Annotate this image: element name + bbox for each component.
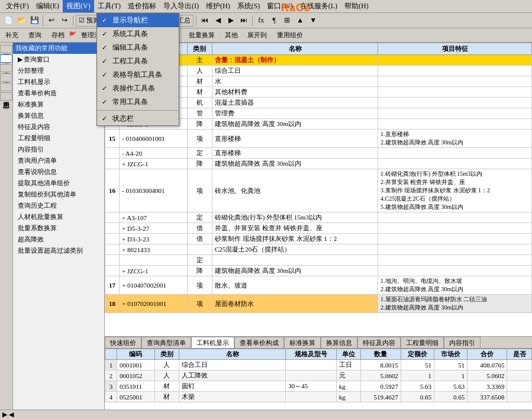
table-row[interactable]: 1 0001001 人 综合工日 工日 8.0015 51 51 408.076…: [105, 360, 532, 370]
menu-maintain[interactable]: 维护(H): [202, 0, 234, 12]
view-menu-item-navibar[interactable]: ✓ 显示导航栏: [97, 14, 179, 27]
menu-edit[interactable]: 编辑(E): [33, 0, 63, 12]
bt-col-name: 名称: [179, 349, 286, 360]
code-cell: 0351011: [117, 381, 155, 392]
view-dropdown-menu[interactable]: ✓ 显示导航栏 ✓ 系统工具条 ✓ 编辑工具条 ✓ 工程工具条 ✓ 表格导航工具…: [96, 13, 179, 126]
up-btn[interactable]: ▲: [294, 15, 306, 27]
menu-cost-index[interactable]: 造价指标: [124, 0, 160, 12]
bottom-table-area[interactable]: 编码 类别 名称 规格及型号 单位 数量 定额价 市场价 合价 是否: [105, 348, 532, 419]
feature-cell: [378, 159, 532, 169]
tab-content-guide[interactable]: 内容指引: [444, 337, 481, 348]
tab-typical-list[interactable]: 查询典型清单: [141, 337, 191, 348]
name-cell: 水: [212, 76, 378, 87]
tab-quick-group[interactable]: 快速组价: [105, 337, 141, 348]
menu-system[interactable]: 系统(S): [234, 0, 264, 12]
view-menu-item-commontoolbar[interactable]: ✓ 常用工具条: [97, 95, 179, 109]
reuse-btn[interactable]: 重用组价: [274, 30, 306, 41]
save-btn[interactable]: 💾: [28, 15, 40, 27]
name-cell: 建筑物超高降效 高度 30m以内: [212, 119, 378, 130]
view-menu-item-tbloptoolbar[interactable]: ✓ 表操作工具条: [97, 82, 179, 95]
tab-conv-info[interactable]: 换算信息: [321, 337, 357, 348]
nav-features[interactable]: 特征及内容: [13, 121, 104, 133]
view-menu-item-edittoolbar[interactable]: ✓ 编辑工具条: [97, 41, 179, 54]
sidebar-tab-measures[interactable]: 措施项目: [0, 64, 12, 72]
tab-workforce-display[interactable]: 工料机显示: [191, 337, 234, 348]
nav-workforce-batch[interactable]: 人材机批量换算: [13, 211, 104, 223]
other-btn[interactable]: 其他: [222, 30, 241, 41]
table-row[interactable]: 18 + 010702001001 项 屋面卷材防水 1.屋面石油沥青玛蹄脂卷材…: [105, 295, 532, 313]
nav-batch-super[interactable]: 批量设置超高过滤类别: [13, 245, 104, 256]
flag-cell: [507, 392, 532, 402]
nav-super-eff2[interactable]: 超高降效: [13, 234, 104, 245]
para-btn[interactable]: ¶: [268, 15, 280, 27]
nav-history-eng[interactable]: 查询历史工程: [13, 200, 104, 211]
qty-cell: 5.0602: [361, 370, 401, 381]
down-btn[interactable]: ▼: [307, 15, 319, 27]
sidebar-tab-parts[interactable]: 分部分项: [0, 54, 12, 63]
grid-btn[interactable]: ⊞: [281, 15, 293, 27]
nav-desc-view[interactable]: 查看说明信息: [13, 166, 104, 178]
sidebar-tab-cost[interactable]: 费用汇总: [0, 92, 12, 101]
archive-btn[interactable]: 存档: [49, 30, 67, 41]
tab-qty-detail[interactable]: 工程量明细: [401, 337, 444, 348]
nav-parts-organize[interactable]: 分部整理: [13, 65, 104, 76]
table-row[interactable]: 16 - 010303004001 项 砖水池、化粪池 1.砖砌化粪池(行车) …: [105, 169, 532, 212]
nav-unit-comp-view[interactable]: 查看单价构造: [13, 88, 104, 99]
table-row[interactable]: 定: [105, 255, 532, 266]
nav-content-guide[interactable]: 内容指引: [13, 144, 104, 155]
nav-prev-btn[interactable]: ◀: [212, 15, 224, 27]
table-row[interactable]: 3 0351011 材 圆钉 30～45 kg 0.5927 5.63 5.63…: [105, 381, 532, 392]
menu-tools[interactable]: 工具(T): [94, 0, 124, 12]
table-row[interactable]: 2 0001052 人 人工降效 元 5.0602 1 1 5.0602: [105, 370, 532, 381]
query-btn[interactable]: 查询: [25, 30, 44, 41]
tab-std-conv[interactable]: 标准换算: [284, 337, 321, 348]
sidebar-tab-other-items[interactable]: 其他项目: [0, 73, 12, 82]
menu-view[interactable]: 视图(V): [63, 0, 94, 12]
view-navtoolbar-label: 表格导航工具条: [112, 70, 162, 80]
table-row[interactable]: + JZCG-1 降 建筑物超高降效 高度 30m以内: [105, 266, 532, 276]
table-row[interactable]: 4 0525001 材 木柴 kg 519.4627 0.65 0.65 337…: [105, 392, 532, 402]
nav-extract-group[interactable]: 提取其他清单组价: [13, 178, 104, 189]
tab-unit-comp-view[interactable]: 查看单价构成: [234, 337, 284, 348]
nav-batch-coeff[interactable]: 批量系数换算: [13, 223, 104, 234]
undo-btn[interactable]: ↩: [46, 15, 57, 27]
view-tbloptoolbar-label: 表操作工具条: [112, 83, 155, 94]
view-menu-item-engtoolbar[interactable]: ✓ 工程工具条: [97, 54, 179, 68]
menu-help[interactable]: 帮助(H): [341, 0, 372, 12]
sidebar-tab-overview[interactable]: 工程概况: [0, 45, 12, 53]
table-row[interactable]: 17 + 010407002001 项 散水、坡道 1.地沟、明沟、电缆沟、散水…: [105, 276, 532, 295]
nav-conv-info[interactable]: 换算信息: [13, 110, 104, 121]
table-row[interactable]: + D3-3-23 借 砂浆制作 现场搅拌抹灰砂浆 水泥砂浆 1：2: [105, 234, 532, 244]
col-type: 类别: [187, 43, 212, 55]
nav-copy-group[interactable]: 复制组价到其他清单: [13, 189, 104, 200]
table-row[interactable]: + JZCG-1 降 建筑物超高降效 高度 30m以内: [105, 159, 532, 169]
nav-query-window[interactable]: ▶ 查询窗口: [13, 54, 104, 65]
supp-btn[interactable]: 补充: [2, 30, 21, 41]
menu-import-export[interactable]: 导入导出(I): [160, 0, 202, 12]
table-row[interactable]: + 8021433 C25混凝土20石（搅拌站）: [105, 244, 532, 255]
new-btn[interactable]: 📄: [2, 15, 14, 27]
nav-next-btn[interactable]: ▶: [225, 15, 237, 27]
tab-features-content[interactable]: 特征及内容: [357, 337, 401, 348]
view-menu-item-systoolbar[interactable]: ✓ 系统工具条: [97, 27, 179, 41]
sidebar-tab-workforce[interactable]: 人材机汇总: [0, 83, 12, 91]
nav-first-btn[interactable]: ⏮: [199, 15, 211, 27]
view-menu-item-navtoolbar[interactable]: ✓ 表格导航工具条: [97, 68, 179, 82]
calc-btn[interactable]: fx: [255, 15, 267, 27]
redo-btn[interactable]: ↪: [59, 15, 70, 27]
nav-last-btn[interactable]: ⏭: [238, 15, 250, 27]
nav-qty-detail[interactable]: 工程量明细: [13, 133, 104, 144]
table-row[interactable]: - A4-20 定 直形楼梯: [105, 148, 532, 159]
menu-file[interactable]: 文件(F): [2, 0, 33, 12]
table-row[interactable]: 15 - 010406001001 项 直形楼梯 1.直形楼梯2.建筑物超高降效…: [105, 130, 532, 148]
nav-standard-conv[interactable]: 标准换算: [13, 99, 104, 110]
table-row[interactable]: + D5-3-27 借 井盖、井算安装 检查井 铸铁井盖、座: [105, 223, 532, 234]
nav-user-list-query[interactable]: 查询用户清单: [13, 155, 104, 166]
table-row[interactable]: + A3-107 定 砖砌化粪池(行车) 外型体积 15m3以内: [105, 212, 532, 223]
type-cell: 降: [187, 159, 212, 169]
expand-btn[interactable]: 展开到: [244, 30, 270, 41]
batch-conv-btn[interactable]: 批量换算: [186, 30, 218, 41]
view-menu-item-statusbar[interactable]: ✓ 状态栏: [97, 112, 179, 125]
nav-workforce-display[interactable]: 工料机显示: [13, 76, 104, 88]
open-btn[interactable]: 📂: [15, 15, 27, 27]
